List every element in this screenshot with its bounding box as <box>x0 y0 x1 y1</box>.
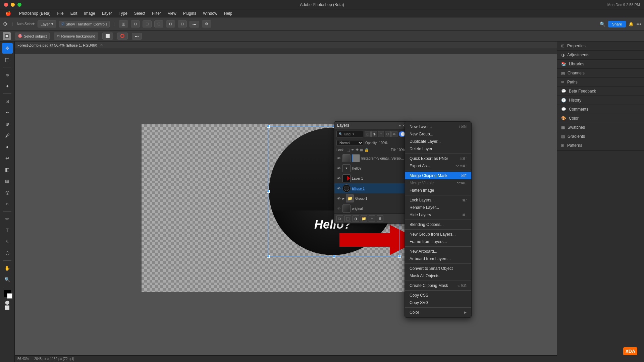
lock-image-btn[interactable]: ✒ <box>351 148 354 152</box>
menu-filter[interactable]: Filter <box>149 10 164 16</box>
align-btn-4[interactable]: ⊟ <box>154 20 163 27</box>
ctx-rename-layer[interactable]: Rename Layer... <box>405 204 471 211</box>
visibility-eye-hello[interactable]: 👁 <box>336 166 341 171</box>
filter-adj-btn[interactable]: ◑ <box>371 131 377 137</box>
path-select-btn[interactable]: ↖ <box>2 236 13 247</box>
visibility-eye-group1[interactable]: 👁 <box>336 196 341 201</box>
lock-transparent-btn[interactable]: ⬚ <box>346 148 350 152</box>
ctx-duplicate-layer[interactable]: Duplicate Layer... <box>405 138 471 145</box>
ctx-new-group-from[interactable]: New Group from Layers... <box>405 231 471 238</box>
ctx-convert-smart-object[interactable]: Convert to Smart Object <box>405 265 471 272</box>
add-adjustment-btn[interactable]: ◑ <box>353 215 359 222</box>
layers-search[interactable]: 🔍 Kind ▾ <box>336 131 363 137</box>
layer-fx-btn[interactable]: fx <box>336 215 343 222</box>
mask-btn[interactable]: ⬜ <box>102 33 113 40</box>
menu-layer[interactable]: Layer <box>99 10 115 16</box>
eyedropper-btn[interactable]: ✒ <box>2 107 13 118</box>
document-tab[interactable]: Forest-Zombie.psd @ 56.4% (Ellipse 1, RG… <box>15 42 557 49</box>
align-btn-1[interactable]: ◫ <box>119 20 128 27</box>
select-tool-btn[interactable]: ⬚ <box>2 54 13 65</box>
menu-type[interactable]: Type <box>116 10 130 16</box>
lock-artboard-btn[interactable]: ⊞ <box>360 148 363 152</box>
hand-tool-btn[interactable]: ✋ <box>2 263 13 274</box>
options-more-btn[interactable]: ••• <box>132 33 142 40</box>
share-button[interactable]: Share <box>608 21 626 27</box>
brush-btn[interactable]: 🖌 <box>2 130 13 141</box>
menu-edit[interactable]: Edit <box>68 10 80 16</box>
tab-channels[interactable]: ▤ Channels <box>557 69 644 78</box>
ctx-color-submenu[interactable]: Color ▶ <box>405 309 471 316</box>
quick-mask-btn[interactable]: ⬤ <box>5 300 9 305</box>
tab-swatches[interactable]: ▩ Swatches <box>557 123 644 132</box>
gradient-btn[interactable]: ▨ <box>2 176 13 186</box>
ctx-blending-options[interactable]: Blending Options... <box>405 221 471 228</box>
align-btn-6[interactable]: ⊟ <box>178 20 187 27</box>
search-btn[interactable]: 🔍 <box>600 21 605 27</box>
pen-tool-btn[interactable]: ✏ <box>2 214 13 224</box>
ctx-lock-layers[interactable]: Lock Layers... ⌘/ <box>405 196 471 204</box>
layer-item-hello[interactable]: 👁 T Hello? <box>334 163 408 173</box>
remove-background-btn[interactable]: ✂ Remove background <box>54 33 98 40</box>
tab-color[interactable]: 🎨 Color <box>557 114 644 123</box>
zoom-tool-btn[interactable]: 🔍 <box>2 274 13 285</box>
visibility-eye-ellipse1[interactable]: 👁 <box>336 186 341 191</box>
layer-item-ellipse1[interactable]: 👁 Ellipse 1 <box>334 183 408 193</box>
filter-shape-btn[interactable]: ⬡ <box>385 131 391 137</box>
canvas-area[interactable]: Forest-Zombie.psd @ 56.4% (Ellipse 1, RG… <box>15 42 557 362</box>
menu-view[interactable]: View <box>165 10 179 16</box>
minimize-button[interactable] <box>11 3 15 7</box>
layer-item-layer1[interactable]: 👁 Layer 1 <box>334 173 408 183</box>
crop-tool-btn[interactable]: ⊡ <box>2 96 13 107</box>
background-color[interactable] <box>7 293 12 299</box>
add-layer-btn[interactable]: + <box>369 215 375 222</box>
shape-tool-btn[interactable]: ⬡ <box>2 248 13 258</box>
screen-mode-btn[interactable]: ⬜ <box>5 305 10 310</box>
ctx-new-layer[interactable]: New Layer... ⇧⌘N <box>405 123 471 130</box>
settings-btn[interactable]: ⚙ <box>202 20 211 27</box>
align-btn-3[interactable]: ⊟ <box>143 20 152 27</box>
menu-select[interactable]: Select <box>131 10 148 16</box>
tab-comments[interactable]: 💬 Comments <box>557 105 644 114</box>
ctx-merge-visible[interactable]: Merge Visible ⌥⌘E <box>405 179 471 187</box>
ctx-flatten-image[interactable]: Flatten Image <box>405 187 471 194</box>
ctx-copy-svg[interactable]: Copy SVG <box>405 299 471 306</box>
group-expand-arrow[interactable]: ▶ <box>342 197 344 200</box>
tab-paths[interactable]: ✏ Paths <box>557 78 644 87</box>
more-btn[interactable]: ••• <box>190 21 200 27</box>
filter-smart-btn[interactable]: ⊕ <box>391 131 397 137</box>
ctx-new-group[interactable]: New Group... <box>405 130 471 138</box>
text-tool-btn[interactable]: T <box>2 225 13 236</box>
ctx-artboard-from-layers[interactable]: Artboard from Layers... <box>405 255 471 262</box>
menu-help[interactable]: Help <box>221 10 235 16</box>
menu-window[interactable]: Window <box>200 10 220 16</box>
dodge-btn[interactable]: ○ <box>2 198 13 209</box>
heal-btn[interactable]: ⊕ <box>2 119 13 129</box>
align-btn-5[interactable]: ⊟ <box>166 20 175 27</box>
tab-gradients[interactable]: ▨ Gradients <box>557 132 644 141</box>
move-tool-btn[interactable]: ✥ <box>2 43 13 54</box>
blend-mode-select[interactable]: Normal <box>336 140 363 146</box>
eraser-btn[interactable]: ◧ <box>2 164 13 175</box>
refine-btn[interactable]: ⭕ <box>117 33 128 40</box>
tab-libraries[interactable]: 📚 Libraries <box>557 60 644 69</box>
magic-wand-btn[interactable]: ✦ <box>2 81 13 92</box>
filter-dropdown[interactable]: ▾ <box>353 132 354 136</box>
doc-tab-close[interactable]: ✕ <box>100 43 103 47</box>
layers-collapse-btn[interactable]: ≡ <box>399 124 401 127</box>
ctx-delete-layer[interactable]: Delete Layer <box>405 145 471 153</box>
align-btn-2[interactable]: ⊟ <box>131 20 140 27</box>
tab-beta-feedback[interactable]: 💬 Beta Feedback <box>557 87 644 96</box>
ctx-mask-all-objects[interactable]: Mask All Objects <box>405 272 471 280</box>
blur-btn[interactable]: ◎ <box>2 187 13 198</box>
tab-patterns[interactable]: ⊞ Patterns <box>557 141 644 150</box>
ctx-quick-export[interactable]: Quick Export as PNG ⇧⌘! <box>405 155 471 162</box>
more-options-btn[interactable]: ••• <box>636 21 641 27</box>
auto-select-layer[interactable]: Layer ▾ <box>38 20 56 27</box>
lock-all-btn[interactable]: 🔒 <box>364 148 369 152</box>
notif-btn[interactable]: 🔔 <box>629 22 634 26</box>
ctx-export-as[interactable]: Export As... ⌥⇧⌘! <box>405 162 471 170</box>
add-group-btn[interactable]: 📁 <box>361 215 367 222</box>
maximize-button[interactable] <box>17 3 21 7</box>
visibility-eye-layer1[interactable]: 👁 <box>336 176 341 181</box>
menu-photoshop[interactable]: Photoshop (Beta) <box>16 10 53 16</box>
